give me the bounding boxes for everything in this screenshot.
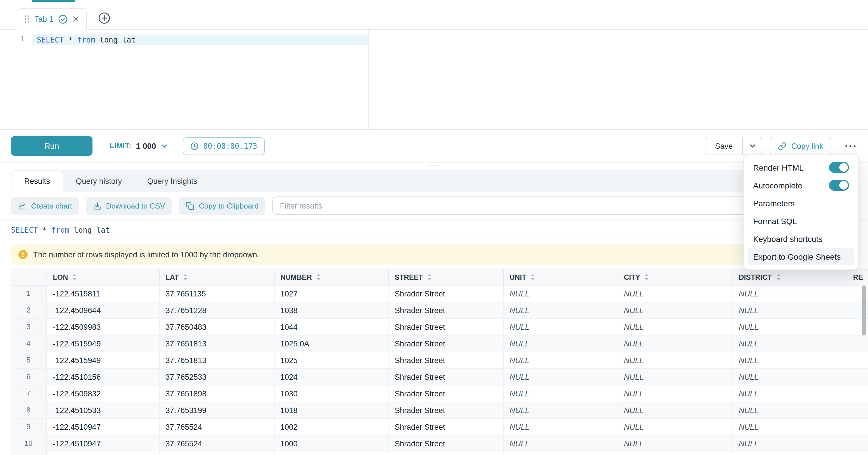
download-csv-button[interactable]: Download to CSV	[86, 197, 172, 215]
table-cell[interactable]: NULL	[503, 285, 618, 302]
table-scrollbar[interactable]	[862, 285, 866, 335]
menu-item-keyboard-shortcuts[interactable]: Keyboard shortcuts	[748, 230, 854, 248]
table-cell[interactable]: NULL	[733, 452, 847, 455]
column-header-street[interactable]: STREET	[388, 269, 503, 285]
table-cell[interactable]	[847, 435, 868, 452]
table-cell[interactable]: NULL	[733, 386, 847, 401]
table-cell[interactable]: NULL	[733, 435, 847, 452]
results-tab-query-history[interactable]: Query history	[63, 170, 135, 192]
table-cell[interactable]: NULL	[503, 452, 618, 455]
table-cell[interactable]: 37.7654555	[159, 452, 274, 455]
editor-active-line[interactable]: SELECT * from long_lat	[32, 34, 368, 46]
column-header-unit[interactable]: UNIT	[503, 269, 618, 285]
table-cell[interactable]: 37.7651898	[159, 386, 274, 401]
table-cell[interactable]: 37.7651228	[159, 302, 274, 318]
table-cell[interactable]: -122.4509983	[46, 319, 159, 335]
menu-item-export-to-google-sheets[interactable]: Export to Google Sheets	[748, 248, 854, 266]
table-cell[interactable]: 1024	[274, 369, 388, 385]
table-cell[interactable]: NULL	[618, 369, 733, 385]
table-cell[interactable]: 1025.0A	[274, 335, 388, 352]
sql-editor-pane[interactable]: 1 SELECT * from long_lat	[0, 30, 868, 130]
run-button[interactable]: Run	[11, 136, 92, 156]
table-cell[interactable]: 1002	[274, 419, 388, 435]
table-cell[interactable]: NULL	[618, 319, 733, 335]
column-header-lon[interactable]: LON	[46, 269, 159, 285]
column-header-re[interactable]: RE	[847, 269, 868, 285]
table-cell[interactable]: 1044	[274, 319, 388, 335]
table-cell[interactable]: 1000	[274, 435, 388, 452]
table-cell[interactable]: -122.4510947	[46, 419, 159, 435]
table-cell[interactable]	[847, 335, 868, 352]
table-cell[interactable]: 37.7651813	[159, 352, 274, 368]
table-cell[interactable]	[847, 419, 868, 435]
close-tab-icon[interactable]	[72, 16, 79, 22]
table-cell[interactable]: 37.7650483	[159, 319, 274, 335]
table-cell[interactable]: NULL	[503, 302, 618, 318]
table-cell[interactable]: 1030	[274, 386, 388, 401]
table-cell[interactable]: NULL	[503, 319, 618, 335]
table-cell[interactable]: NULL	[618, 335, 733, 352]
table-cell[interactable]: NULL	[503, 352, 618, 368]
table-cell[interactable]: -122.4509644	[46, 302, 159, 318]
table-cell[interactable]: Shrader Street	[388, 335, 503, 352]
table-cell[interactable]: 37.7651813	[159, 335, 274, 352]
column-header-district[interactable]: DISTRICT	[733, 269, 847, 285]
toggle-switch[interactable]	[829, 162, 849, 173]
table-cell[interactable]: NULL	[618, 285, 733, 302]
sort-icon[interactable]	[644, 273, 649, 281]
menu-item-render-html[interactable]: Render HTML	[748, 158, 854, 176]
table-cell[interactable]: NULL	[618, 452, 733, 455]
table-cell[interactable]: 37.765524	[159, 419, 274, 435]
table-cell[interactable]: 37.765524	[159, 435, 274, 452]
table-cell[interactable]: -122.4510156	[46, 369, 159, 385]
table-cell[interactable]: 37.7653199	[159, 402, 274, 418]
table-cell[interactable]: NULL	[618, 435, 733, 452]
table-cell[interactable]: NULL	[733, 302, 847, 318]
table-cell[interactable]: 1025	[274, 352, 388, 368]
table-cell[interactable]	[847, 352, 868, 368]
table-cell[interactable]: Shrader Street	[388, 369, 503, 385]
table-cell[interactable]: NULL	[503, 402, 618, 418]
table-cell[interactable]: -122.4515811	[46, 285, 159, 302]
table-cell[interactable]: NULL	[503, 335, 618, 352]
table-cell[interactable]: Shrader Street	[388, 435, 503, 452]
results-tab-query-insights[interactable]: Query Insights	[135, 170, 210, 192]
table-cell[interactable]: Shrader Street	[388, 285, 503, 302]
sort-icon[interactable]	[316, 273, 321, 281]
table-cell[interactable]: Shrader Street	[388, 302, 503, 318]
menu-item-autocomplete[interactable]: Autocomplete	[748, 176, 854, 194]
table-cell[interactable]: NULL	[733, 285, 847, 302]
limit-dropdown[interactable]: LIMIT: 1 000	[110, 141, 167, 151]
table-cell[interactable]: NULL	[618, 386, 733, 401]
table-cell[interactable]: Shrader Street	[388, 402, 503, 418]
table-cell[interactable]: NULL	[618, 419, 733, 435]
table-cell[interactable]: NULL	[733, 402, 847, 418]
pane-splitter[interactable]	[0, 162, 868, 170]
add-tab-button[interactable]	[98, 11, 112, 25]
menu-item-format-sql[interactable]: Format SQL	[748, 212, 854, 230]
toggle-switch[interactable]	[829, 180, 849, 191]
table-cell[interactable]: 1038	[274, 302, 388, 318]
table-cell[interactable]: NULL	[618, 302, 733, 318]
table-cell[interactable]: -122.4509832	[46, 386, 159, 401]
table-cell[interactable]: NULL	[503, 435, 618, 452]
table-cell[interactable]: NULL	[503, 419, 618, 435]
table-cell[interactable]: -122.4510533	[46, 402, 159, 418]
table-cell[interactable]: NULL	[618, 352, 733, 368]
table-cell[interactable]: 1018	[274, 402, 388, 418]
table-cell[interactable]: Shrader Street	[388, 319, 503, 335]
table-cell[interactable]: Shrader Street	[388, 386, 503, 401]
table-cell[interactable]: NULL	[733, 369, 847, 385]
sort-icon[interactable]	[72, 273, 77, 281]
table-cell[interactable]: 37.7652533	[159, 369, 274, 385]
table-cell[interactable]: -122.4510947	[46, 435, 159, 452]
copy-link-button[interactable]: Copy link	[770, 137, 831, 155]
table-cell[interactable]: Shrader Street	[388, 452, 503, 455]
table-cell[interactable]: -122.4515949	[46, 335, 159, 352]
results-tab-results[interactable]: Results	[11, 170, 63, 192]
editor-code-area[interactable]: SELECT * from long_lat	[32, 30, 868, 129]
table-cell[interactable]	[847, 402, 868, 418]
table-cell[interactable]: NULL	[733, 352, 847, 368]
table-cell[interactable]	[847, 369, 868, 385]
table-cell[interactable]: NULL	[733, 335, 847, 352]
